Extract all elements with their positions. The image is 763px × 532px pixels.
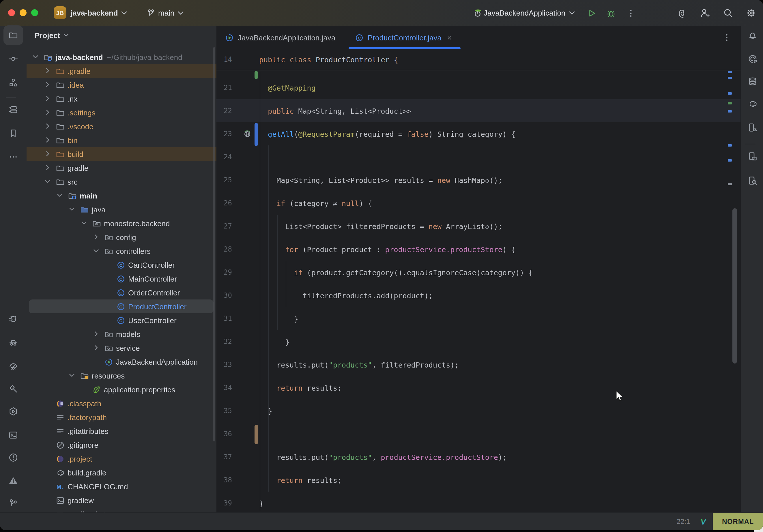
endpoint-globe-icon[interactable] <box>243 129 252 138</box>
tree-item-config[interactable]: config <box>27 230 216 244</box>
tree-item--nx[interactable]: .nx <box>27 92 216 106</box>
chevron-expanded-icon[interactable] <box>32 53 39 60</box>
error-stripe-mark[interactable] <box>728 71 732 73</box>
error-stripe-mark[interactable] <box>728 77 732 79</box>
tree-item-build-gradle[interactable]: build.gradle <box>27 466 216 479</box>
line-number[interactable]: 21 <box>216 84 232 92</box>
chevron-expanded-icon[interactable] <box>69 206 76 213</box>
tree-item--vscode[interactable]: .vscode <box>27 119 216 133</box>
pull-requests-tool-button[interactable] <box>3 100 23 119</box>
chevron-expanded-icon[interactable] <box>93 248 100 255</box>
error-stripe-mark[interactable] <box>728 110 732 113</box>
code-line-29[interactable]: 29 if (product.getCategory().equalsIgnor… <box>216 261 740 284</box>
tree-item-service[interactable]: service <box>27 341 216 355</box>
error-stripe-mark[interactable] <box>728 183 732 185</box>
line-number[interactable]: 38 <box>216 476 232 484</box>
code-line-39[interactable]: 39} <box>216 491 740 513</box>
more-tools-tool-button[interactable] <box>3 147 23 167</box>
tree-item--gitattributes[interactable]: .gitattributes <box>27 424 216 438</box>
chevron-collapsed-icon[interactable] <box>45 164 52 171</box>
tree-item-monostore-backend[interactable]: monostore.backend <box>27 216 216 230</box>
project-tree-scrollbar[interactable] <box>213 47 215 441</box>
ideavim-icon[interactable]: V <box>701 517 706 526</box>
search-button[interactable] <box>720 5 735 21</box>
line-number[interactable]: 36 <box>216 430 232 438</box>
chevron-collapsed-icon[interactable] <box>45 137 52 144</box>
notifications-tool-button[interactable] <box>743 25 762 45</box>
tree-item--settings[interactable]: .settings <box>27 106 216 119</box>
services-tool-button[interactable] <box>3 402 23 421</box>
tree-item-bin[interactable]: bin <box>27 133 216 147</box>
tree-item-gradle[interactable]: gradle <box>27 161 216 175</box>
error-stripe-mark[interactable] <box>728 144 732 147</box>
editor-options-kebab-icon[interactable] <box>722 33 731 42</box>
line-number[interactable]: 35 <box>216 407 232 415</box>
warnings-tool-button[interactable] <box>3 471 23 490</box>
line-number[interactable]: 34 <box>216 384 232 392</box>
line-number[interactable]: 32 <box>216 338 232 346</box>
code-line-22[interactable]: 22 public Map<String, List<Product>> <box>216 99 740 122</box>
tree-item--gitignore[interactable]: .gitignore <box>27 438 216 452</box>
run-configuration-selector[interactable]: JavaBackendApplication <box>484 0 575 26</box>
branch-switcher[interactable]: main <box>158 0 183 26</box>
code-line-27[interactable]: 27 List<Product> filteredProducts = new … <box>216 215 740 238</box>
minimize-window-button[interactable] <box>20 9 27 16</box>
chevron-collapsed-icon[interactable] <box>93 331 100 338</box>
structure-tool-button[interactable] <box>3 73 23 92</box>
tree-item--gradle[interactable]: .gradle <box>27 64 216 78</box>
incognito-tool-button[interactable] <box>3 332 23 352</box>
project-panel-header[interactable]: Project <box>35 26 69 45</box>
chevron-collapsed-icon[interactable] <box>45 109 52 116</box>
copilot-tool-button[interactable] <box>3 310 23 330</box>
tree-item--project[interactable]: .project <box>27 452 216 466</box>
tree-item-java-backend[interactable]: java-backend~/Github/java-backend <box>27 50 216 64</box>
tree-item-build[interactable]: build <box>27 147 216 161</box>
settings-button[interactable] <box>743 5 758 21</box>
tree-item-javabackendapplication[interactable]: JavaBackendApplication <box>27 355 216 369</box>
line-number[interactable]: 27 <box>216 222 232 230</box>
close-tab-icon[interactable]: × <box>447 33 452 42</box>
zoom-window-button[interactable] <box>31 9 38 16</box>
close-window-button[interactable] <box>8 9 15 16</box>
tree-item--idea[interactable]: .idea <box>27 78 216 92</box>
code-line-32[interactable]: 32 } <box>216 330 740 353</box>
caret-position[interactable]: 22:1 <box>677 518 690 526</box>
git-tool-button[interactable] <box>3 493 23 513</box>
tree-item-changelog-md[interactable]: M↓CHANGELOG.md <box>27 479 216 493</box>
chevron-collapsed-icon[interactable] <box>45 95 52 102</box>
editor-area[interactable]: JavaBackendApplication.javaCProductContr… <box>216 26 740 513</box>
more-button[interactable] <box>623 5 638 21</box>
line-number[interactable]: 33 <box>216 361 232 369</box>
error-stripe-mark[interactable] <box>728 92 732 95</box>
tree-item-gradlew-bat[interactable]: gradlew.bat <box>27 507 216 513</box>
database-tool-button[interactable] <box>743 71 762 91</box>
debug-button[interactable] <box>604 5 619 21</box>
commit-tool-button[interactable] <box>3 49 23 69</box>
tree-item-usercontroller[interactable]: CUserController <box>27 313 216 327</box>
build-tool-button[interactable] <box>3 379 23 399</box>
tree-item-application-properties[interactable]: application.properties <box>27 382 216 396</box>
project-avatar[interactable]: JB <box>54 6 66 19</box>
tree-item-maincontroller[interactable]: CMainController <box>27 272 216 286</box>
bookmarks-tool-button[interactable] <box>3 124 23 143</box>
device-explorer-tool-button[interactable] <box>743 171 762 190</box>
code-line-35[interactable]: 35 } <box>216 399 740 422</box>
terminal-tool-button[interactable] <box>3 425 23 445</box>
chevron-collapsed-icon[interactable] <box>93 345 100 351</box>
tree-item-gradlew[interactable]: gradlew <box>27 493 216 507</box>
chevron-collapsed-icon[interactable] <box>45 81 52 88</box>
tree-item-java[interactable]: java <box>27 202 216 216</box>
sticky-line[interactable]: 14 public class ProductController { <box>216 49 740 70</box>
project-switcher[interactable]: java-backend <box>70 0 127 26</box>
code-line-33[interactable]: 33 results.put("products", filteredProdu… <box>216 353 740 376</box>
code-line-34[interactable]: 34 return results; <box>216 376 740 399</box>
code-line-26[interactable]: 26 if (category ≠ null) { <box>216 191 740 215</box>
code-line-21[interactable]: 21 @GetMapping <box>216 76 740 99</box>
tree-item-controllers[interactable]: controllers <box>27 244 216 258</box>
run-button[interactable] <box>584 5 599 21</box>
line-number[interactable]: 29 <box>216 268 232 276</box>
chevron-expanded-icon[interactable] <box>69 372 76 379</box>
tree-item-main[interactable]: main <box>27 189 216 202</box>
tree-item-ordercontroller[interactable]: COrderController <box>27 286 216 299</box>
chevron-expanded-icon[interactable] <box>81 220 88 227</box>
